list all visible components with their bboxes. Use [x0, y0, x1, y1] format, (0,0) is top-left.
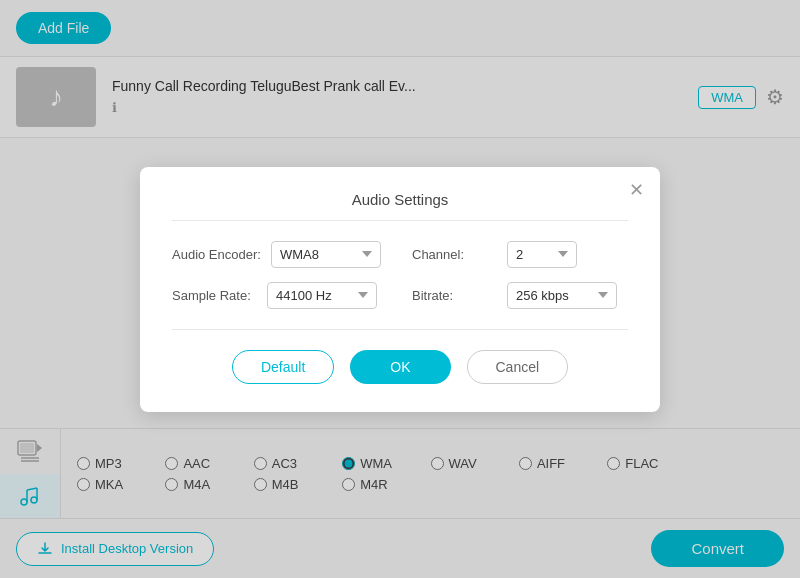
- ok-button[interactable]: OK: [350, 350, 450, 384]
- audio-settings-modal: ✕ Audio Settings Audio Encoder: WMA8 WMA…: [140, 167, 660, 412]
- bitrate-label: Bitrate:: [412, 288, 497, 303]
- modal-actions: Default OK Cancel: [172, 350, 628, 384]
- audio-encoder-select[interactable]: WMA8 WMA WMA Pro: [271, 241, 381, 268]
- channel-label: Channel:: [412, 247, 497, 262]
- sample-rate-select[interactable]: 8000 Hz 11025 Hz 22050 Hz 44100 Hz 48000…: [267, 282, 377, 309]
- cancel-button[interactable]: Cancel: [467, 350, 569, 384]
- modal-overlay: ✕ Audio Settings Audio Encoder: WMA8 WMA…: [0, 0, 800, 578]
- channel-select[interactable]: 1 2: [507, 241, 577, 268]
- default-button[interactable]: Default: [232, 350, 334, 384]
- channel-row: Channel: 1 2: [412, 241, 628, 268]
- modal-divider: [172, 329, 628, 330]
- audio-encoder-row: Audio Encoder: WMA8 WMA WMA Pro: [172, 241, 388, 268]
- modal-title: Audio Settings: [172, 191, 628, 221]
- bitrate-select[interactable]: 64 kbps 128 kbps 192 kbps 256 kbps 320 k…: [507, 282, 617, 309]
- sample-rate-label: Sample Rate:: [172, 288, 257, 303]
- modal-close-button[interactable]: ✕: [629, 181, 644, 199]
- sample-rate-row: Sample Rate: 8000 Hz 11025 Hz 22050 Hz 4…: [172, 282, 388, 309]
- audio-encoder-label: Audio Encoder:: [172, 247, 261, 262]
- bitrate-row: Bitrate: 64 kbps 128 kbps 192 kbps 256 k…: [412, 282, 628, 309]
- settings-form: Audio Encoder: WMA8 WMA WMA Pro Channel:…: [172, 241, 628, 309]
